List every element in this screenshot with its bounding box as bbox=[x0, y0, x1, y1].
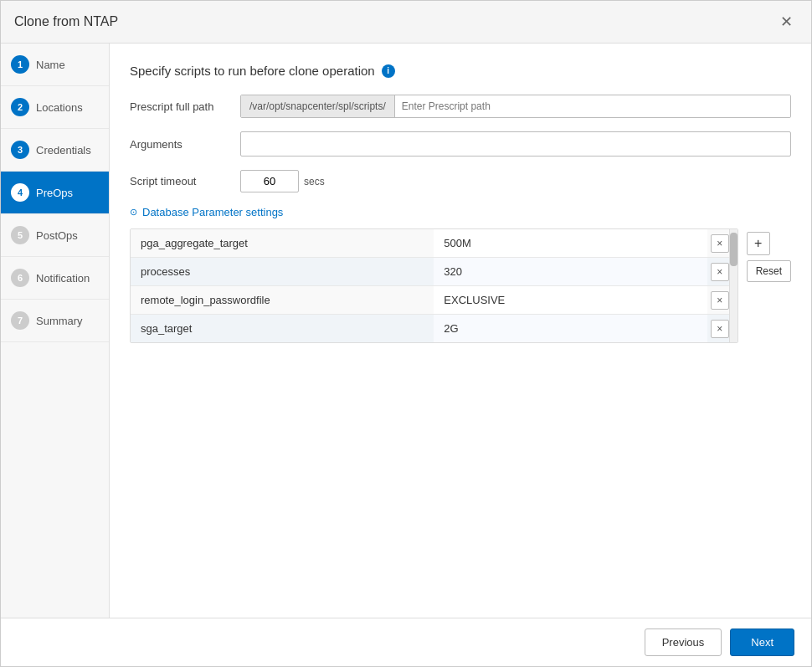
sidebar-item-postops[interactable]: 5 PostOps bbox=[1, 214, 109, 257]
sidebar: 1 Name 2 Locations 3 Credentials 4 PreOp… bbox=[1, 44, 110, 618]
info-icon[interactable]: i bbox=[382, 64, 395, 78]
step-num-3: 3 bbox=[11, 141, 29, 159]
delete-param-button[interactable]: × bbox=[711, 263, 729, 281]
prescript-path-row: Prescript full path /var/opt/snapcenter/… bbox=[130, 95, 791, 118]
table-row: sga_target 2G × bbox=[131, 315, 737, 343]
arguments-label: Arguments bbox=[130, 138, 230, 151]
table-scrollbar[interactable] bbox=[729, 229, 737, 342]
delete-param-button[interactable]: × bbox=[711, 234, 729, 253]
script-timeout-label: Script timeout bbox=[130, 175, 230, 187]
sidebar-item-locations[interactable]: 2 Locations bbox=[1, 86, 109, 129]
params-actions: + Reset bbox=[747, 228, 791, 282]
param-value: EXCLUSIVE bbox=[434, 286, 707, 315]
chevron-icon: ⊙ bbox=[130, 207, 137, 218]
delete-param-button[interactable]: × bbox=[711, 291, 729, 310]
previous-button[interactable]: Previous bbox=[645, 629, 722, 656]
params-container: pga_aggregate_target 500M × processes 32… bbox=[130, 228, 791, 343]
params-table: pga_aggregate_target 500M × processes 32… bbox=[131, 229, 737, 342]
step-num-4: 4 bbox=[11, 183, 29, 202]
sidebar-item-notification[interactable]: 6 Notification bbox=[1, 257, 109, 300]
section-title-text: Specify scripts to run before clone oper… bbox=[130, 64, 375, 78]
delete-param-button[interactable]: × bbox=[711, 320, 729, 338]
param-value: 320 bbox=[434, 258, 707, 286]
step-num-2: 2 bbox=[11, 98, 29, 116]
next-button[interactable]: Next bbox=[730, 629, 794, 656]
timeout-unit: secs bbox=[304, 176, 325, 187]
scrollbar-thumb bbox=[730, 233, 737, 266]
sidebar-label-name: Name bbox=[36, 59, 65, 71]
table-row: processes 320 × bbox=[131, 258, 737, 286]
table-row: pga_aggregate_target 500M × bbox=[131, 229, 737, 258]
timeout-input[interactable]: 60 bbox=[240, 170, 299, 192]
sidebar-item-name[interactable]: 1 Name bbox=[1, 44, 109, 86]
param-key: pga_aggregate_target bbox=[131, 229, 434, 258]
arguments-row: Arguments bbox=[130, 131, 791, 156]
param-key: processes bbox=[131, 258, 434, 286]
dialog-title: Clone from NTAP bbox=[14, 14, 118, 29]
param-value: 2G bbox=[434, 315, 707, 343]
arguments-input[interactable] bbox=[240, 131, 791, 156]
add-param-button[interactable]: + bbox=[747, 232, 770, 255]
table-row: remote_login_passwordfile EXCLUSIVE × bbox=[131, 286, 737, 315]
prescript-label: Prescript full path bbox=[130, 100, 230, 113]
section-title: Specify scripts to run before clone oper… bbox=[130, 64, 791, 78]
sidebar-label-preops: PreOps bbox=[36, 187, 73, 199]
prescript-prefix: /var/opt/snapcenter/spl/scripts/ bbox=[241, 95, 395, 117]
close-button[interactable]: ✕ bbox=[775, 13, 798, 31]
dialog-header: Clone from NTAP ✕ bbox=[1, 1, 811, 44]
prescript-path-group: /var/opt/snapcenter/spl/scripts/ bbox=[240, 95, 791, 118]
sidebar-item-summary[interactable]: 7 Summary bbox=[1, 300, 109, 342]
step-num-7: 7 bbox=[11, 311, 29, 330]
sidebar-label-summary: Summary bbox=[36, 315, 83, 327]
prescript-input[interactable] bbox=[395, 95, 790, 117]
db-params-toggle[interactable]: ⊙ Database Parameter settings bbox=[130, 206, 791, 218]
params-table-wrapper: pga_aggregate_target 500M × processes 32… bbox=[130, 228, 738, 343]
timeout-group: 60 secs bbox=[240, 170, 325, 192]
db-params-label: Database Parameter settings bbox=[142, 206, 283, 218]
dialog-footer: Previous Next bbox=[1, 618, 811, 666]
step-num-6: 6 bbox=[11, 269, 29, 287]
param-key: sga_target bbox=[131, 315, 434, 343]
main-content: Specify scripts to run before clone oper… bbox=[110, 44, 811, 618]
dialog-body: 1 Name 2 Locations 3 Credentials 4 PreOp… bbox=[1, 44, 811, 618]
sidebar-label-credentials: Credentials bbox=[36, 144, 91, 156]
clone-dialog: Clone from NTAP ✕ 1 Name 2 Locations 3 C… bbox=[0, 0, 812, 667]
sidebar-item-credentials[interactable]: 3 Credentials bbox=[1, 129, 109, 172]
param-value: 500M bbox=[434, 229, 707, 258]
step-num-5: 5 bbox=[11, 226, 29, 244]
script-timeout-row: Script timeout 60 secs bbox=[130, 170, 791, 192]
step-num-1: 1 bbox=[11, 55, 29, 74]
sidebar-label-notification: Notification bbox=[36, 272, 90, 285]
sidebar-item-preops[interactable]: 4 PreOps bbox=[1, 172, 109, 214]
param-key: remote_login_passwordfile bbox=[131, 286, 434, 315]
sidebar-label-locations: Locations bbox=[36, 101, 83, 114]
reset-button[interactable]: Reset bbox=[747, 260, 791, 282]
sidebar-label-postops: PostOps bbox=[36, 229, 78, 242]
